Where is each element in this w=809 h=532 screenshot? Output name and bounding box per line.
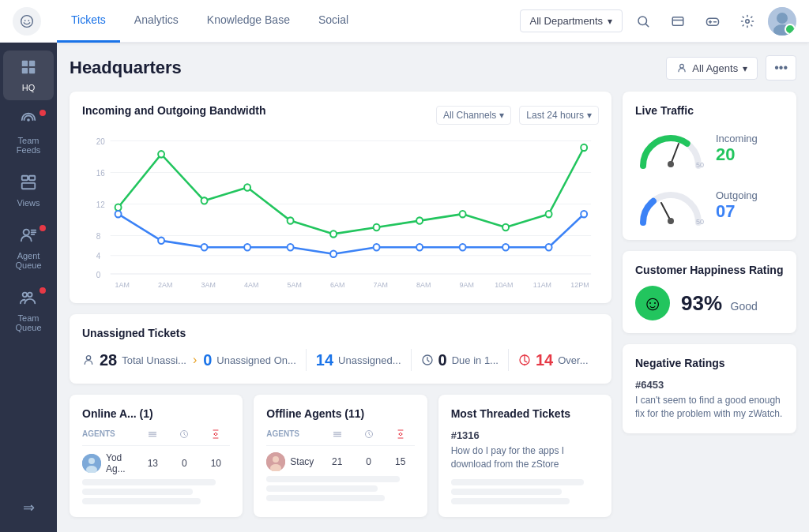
outgoing-gauge-row: 0 50 Outgoing 07	[635, 183, 784, 227]
inbox-button[interactable]	[664, 7, 692, 36]
svg-text:9AM: 9AM	[460, 281, 474, 289]
more-options-button[interactable]: •••	[766, 55, 796, 81]
nav-tickets[interactable]: Tickets	[57, 0, 120, 43]
svg-text:2AM: 2AM	[158, 281, 172, 289]
svg-point-7	[777, 13, 788, 24]
sidebar-expand-button[interactable]: ⇒	[3, 489, 54, 526]
gamepad-button[interactable]	[698, 7, 727, 36]
mt-ticket-id: #1316	[451, 429, 599, 441]
svg-text:11AM: 11AM	[533, 281, 551, 289]
happiness-label: Good	[731, 300, 758, 313]
mt-ticket-desc: How do I pay for the apps I download fro…	[451, 444, 599, 471]
svg-point-19	[28, 293, 32, 298]
incoming-gauge-section: 0 50 Incoming 20	[635, 126, 784, 170]
nav-analytics[interactable]: Analytics	[120, 0, 193, 43]
due-stat: 0 Due in 1...	[421, 351, 499, 369]
logo[interactable]	[13, 7, 41, 36]
sidebar-item-hq[interactable]: HQ	[3, 51, 54, 100]
department-selector[interactable]: All Departments	[520, 9, 623, 32]
online-unassigned-stat: 0 Unassigned On...	[203, 351, 296, 369]
general-unassigned-stat: 14 Unassigned...	[316, 351, 401, 369]
svg-rect-14	[22, 176, 28, 181]
svg-rect-11	[22, 68, 28, 73]
smiley-icon: ☺	[635, 286, 670, 320]
svg-text:50: 50	[696, 161, 704, 169]
top-navigation: Tickets Analytics Knowledge Base Social …	[0, 0, 809, 43]
svg-point-74	[88, 458, 95, 464]
right-column: Live Traffic 0 50	[623, 92, 796, 517]
time-filter[interactable]: Last 24 hours	[519, 106, 599, 125]
svg-point-69	[86, 356, 90, 360]
svg-point-0	[24, 20, 26, 21]
settings-button[interactable]	[733, 7, 762, 36]
svg-point-45	[115, 204, 122, 211]
total-unassigned-stat: 28 Total Unassi...	[82, 351, 186, 369]
online-agents-header: AGENTS	[82, 429, 230, 446]
most-threaded-card: Most Threaded Tickets #1316 How do I pay…	[438, 395, 611, 517]
svg-point-13	[27, 118, 30, 122]
online-agent-avatar	[82, 454, 101, 473]
chart-header: Incoming and Outgoing Bandwidth All Chan…	[82, 104, 599, 126]
skeleton-1	[82, 479, 216, 485]
svg-text:12: 12	[96, 200, 105, 208]
page-header: Headquarters All Agents •••	[70, 55, 796, 81]
sidebar-item-agent-queue[interactable]: Agent Queue	[3, 219, 54, 278]
col-assign	[138, 429, 167, 440]
page-title: Headquarters	[70, 58, 182, 78]
agents-filter[interactable]: All Agents	[666, 57, 758, 80]
agent-name-cell: Yod Ag...	[82, 452, 135, 474]
outgoing-gauge-section: 0 50 Outgoing 07	[635, 183, 784, 227]
nav-knowledge-base[interactable]: Knowledge Base	[193, 0, 304, 43]
svg-point-58	[158, 238, 164, 244]
sidebar-item-views[interactable]: Views	[3, 166, 54, 215]
nav-right: All Departments	[520, 7, 796, 36]
online-agent-col1: 13	[138, 458, 167, 469]
svg-point-61	[288, 244, 294, 250]
svg-text:8: 8	[96, 231, 101, 240]
channels-filter[interactable]: All Channels	[436, 106, 511, 125]
nav-links: Tickets Analytics Knowledge Base Social	[57, 0, 520, 43]
neg-ticket-desc: I can't seem to find a good enough fix f…	[635, 394, 784, 421]
online-agents-title: Online A... (1)	[82, 407, 230, 420]
left-column: Incoming and Outgoing Bandwidth All Chan…	[70, 92, 611, 517]
svg-point-63	[374, 244, 380, 250]
chevron-down-icon	[608, 15, 612, 27]
svg-point-50	[330, 230, 337, 237]
page-header-right: All Agents •••	[666, 55, 796, 81]
svg-point-66	[502, 244, 509, 250]
skeleton-4	[266, 476, 400, 482]
offline-agent-col1: 21	[323, 456, 352, 467]
overdue-count: 14	[536, 351, 553, 369]
svg-text:5AM: 5AM	[288, 281, 302, 289]
svg-point-1	[28, 20, 29, 21]
bottom-cards: Online A... (1) AGENTS	[70, 395, 611, 517]
nav-social[interactable]: Social	[304, 0, 363, 43]
search-button[interactable]	[629, 7, 657, 36]
incoming-label: Incoming	[716, 133, 758, 144]
sidebar-item-team-queue[interactable]: Team Queue	[3, 281, 54, 340]
svg-text:0: 0	[96, 271, 101, 279]
svg-point-62	[330, 250, 337, 257]
svg-text:8AM: 8AM	[416, 281, 431, 289]
svg-point-68	[581, 211, 587, 217]
svg-point-56	[581, 144, 587, 151]
sidebar-item-team-feeds[interactable]: Team Feeds	[3, 103, 54, 163]
outgoing-value: 07	[716, 201, 758, 222]
stat-divider-1	[306, 349, 307, 371]
svg-rect-16	[22, 183, 36, 189]
offline-agents-title: Offline Agents (11)	[266, 407, 414, 420]
outgoing-gauge: 0 50	[635, 183, 706, 227]
svg-text:20: 20	[96, 137, 105, 145]
skeleton-3	[82, 498, 201, 504]
team-feeds-badge	[38, 108, 47, 118]
online-agent-col3: 10	[201, 458, 230, 469]
happiness-title: Customer Happiness Rating	[635, 264, 784, 276]
user-avatar[interactable]	[768, 7, 796, 36]
svg-point-65	[460, 244, 466, 250]
unassigned-title: Unassigned Tickets	[82, 327, 599, 339]
views-icon	[20, 174, 37, 195]
outgoing-values: Outgoing 07	[716, 189, 758, 222]
skeleton-7	[451, 479, 585, 485]
svg-point-54	[502, 224, 509, 230]
offline-col-clock	[355, 429, 383, 440]
